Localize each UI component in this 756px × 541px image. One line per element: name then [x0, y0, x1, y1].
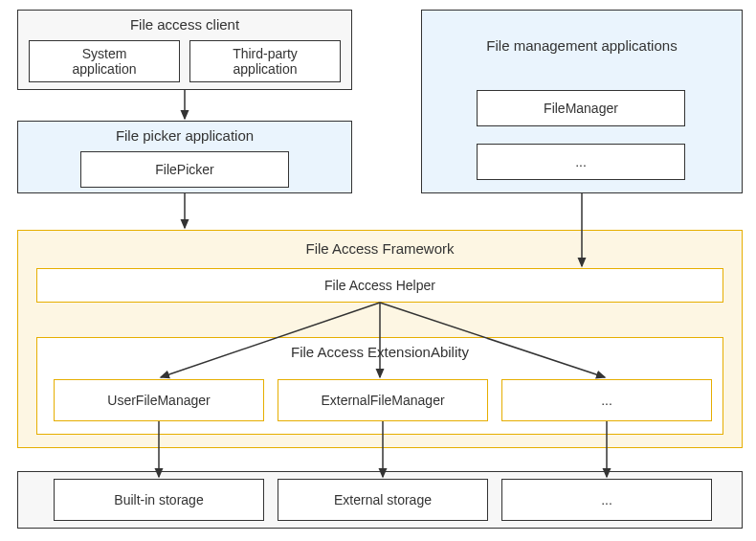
file-access-framework-title: File Access Framework [18, 240, 742, 257]
file-access-extension-title: File Access ExtensionAbility [37, 344, 723, 360]
file-management-more-box: ... [477, 144, 685, 180]
third-party-application-box: Third-party application [189, 40, 341, 82]
file-manager-box: FileManager [477, 90, 685, 126]
external-file-manager-box: ExternalFileManager [278, 379, 488, 421]
storage-more-box: ... [501, 479, 712, 521]
file-access-helper-box: File Access Helper [36, 268, 723, 303]
external-storage-box: External storage [278, 479, 488, 521]
file-access-client-title: File access client [18, 16, 351, 33]
builtin-storage-box: Built-in storage [54, 479, 264, 521]
file-management-apps-title: File management applications [422, 37, 742, 54]
framework-more-box: ... [501, 379, 712, 421]
user-file-manager-box: UserFileManager [54, 379, 264, 421]
file-picker-app-title: File picker application [18, 127, 351, 144]
file-picker-box: FilePicker [80, 151, 289, 188]
system-application-box: System application [29, 40, 180, 82]
